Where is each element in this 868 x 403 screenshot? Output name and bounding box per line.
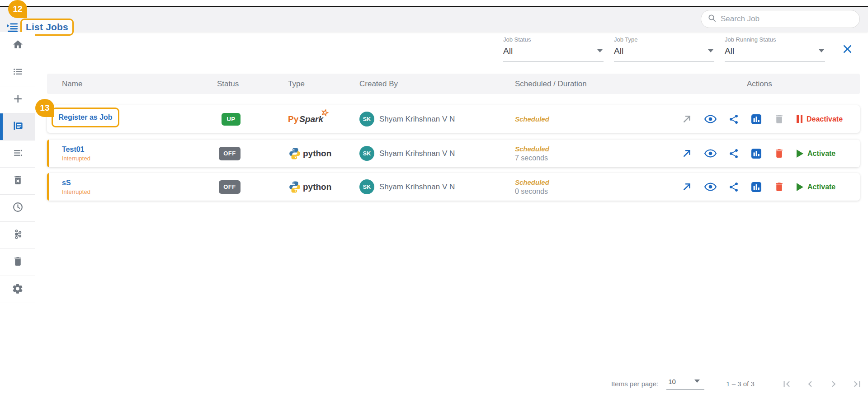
delete-job-icon-disabled[interactable]: [774, 113, 785, 125]
created-by-cell: SK Shyam Krihshnan V N: [359, 140, 455, 167]
screen: List Jobs 12: [0, 0, 868, 403]
column-header-name: Name: [62, 74, 82, 94]
last-page-icon[interactable]: [851, 378, 863, 390]
status-cell: OFF: [219, 140, 241, 167]
next-page-icon[interactable]: [828, 378, 840, 390]
open-job-icon[interactable]: [681, 148, 693, 159]
sidebar-item-list-jobs[interactable]: [0, 113, 35, 141]
sidebar-item-settings[interactable]: [0, 276, 35, 303]
filter-job-running-status-select[interactable]: All: [725, 46, 825, 61]
scheduled-label: Scheduled: [515, 145, 549, 153]
duration-label: 0 seconds: [515, 187, 548, 196]
filter-job-type-value: All: [614, 46, 623, 56]
created-by-cell: SK Shyam Krihshnan V N: [359, 173, 455, 201]
column-header-status: Status: [217, 74, 239, 94]
duration-label: 7 seconds: [515, 154, 548, 162]
activate-button[interactable]: Activate: [797, 150, 852, 158]
first-page-icon[interactable]: [781, 378, 793, 390]
job-stats-icon[interactable]: [751, 148, 762, 159]
page-size-select[interactable]: 10: [666, 378, 704, 390]
python-icon: [288, 147, 302, 160]
sidebar: [0, 32, 35, 403]
table-row: sS Interrupted OFF python SK Shyam Krihs…: [47, 173, 860, 201]
view-job-icon[interactable]: [704, 181, 717, 193]
status-badge: UP: [222, 113, 241, 126]
close-filters-icon[interactable]: [842, 43, 853, 56]
view-job-icon[interactable]: [704, 113, 717, 125]
share-job-icon[interactable]: [728, 114, 739, 125]
activate-label: Activate: [807, 183, 835, 191]
scheduled-label: Scheduled: [515, 178, 549, 186]
created-by-name: Shyam Krihshnan V N: [379, 115, 455, 124]
chevron-down-icon: [819, 49, 824, 52]
filter-job-status-value: All: [503, 46, 513, 56]
pyspark-logo-py: Py: [288, 114, 298, 124]
column-header-type: Type: [288, 74, 305, 94]
deactivate-button[interactable]: Deactivate: [797, 115, 852, 123]
name-cell: sS Interrupted: [62, 173, 90, 201]
job-stats-icon[interactable]: [751, 182, 762, 192]
created-by-name: Shyam Krihshnan V N: [379, 149, 455, 158]
search-box[interactable]: [701, 10, 860, 28]
play-icon: [797, 183, 803, 191]
filter-job-running-status-value: All: [725, 46, 734, 56]
name-cell: Test01 Interrupted: [62, 140, 90, 167]
workflow-nodes-icon: [12, 229, 24, 242]
activate-label: Activate: [807, 150, 835, 158]
search-input[interactable]: [721, 14, 847, 23]
filter-job-running-status-label: Job Running Status: [725, 36, 825, 43]
sidebar-item-history[interactable]: [0, 195, 35, 222]
python-logo-label: python: [303, 182, 331, 192]
scheduled-cell: Scheduled 7 seconds: [515, 140, 549, 167]
delete-job-icon[interactable]: [774, 148, 785, 159]
page-title: List Jobs: [26, 22, 68, 33]
avatar: SK: [359, 179, 374, 194]
job-name-link[interactable]: sS: [62, 179, 71, 187]
filter-job-status-select[interactable]: All: [503, 46, 604, 61]
sidebar-item-home[interactable]: [0, 32, 35, 59]
status-cell: OFF: [219, 173, 241, 201]
delete-job-icon[interactable]: [774, 181, 785, 192]
created-by-name: Shyam Krihshnan V N: [379, 183, 455, 192]
created-by-cell: SK Shyam Krihshnan V N: [359, 105, 455, 133]
sidebar-item-add-job[interactable]: [0, 86, 35, 113]
table-row: Register as Job UP PySpark SK Shyam Krih…: [47, 105, 860, 133]
avatar: SK: [359, 146, 374, 161]
sidebar-item-delete-schedule[interactable]: [0, 168, 35, 195]
clock-icon: [12, 202, 24, 215]
type-cell: python: [288, 173, 331, 201]
annotation-step-badge-13: 13: [35, 99, 54, 117]
row-actions: Activate: [681, 140, 852, 167]
python-logo-label: python: [303, 149, 331, 159]
annotation-step-badge-12: 12: [8, 0, 27, 18]
items-per-page-label: Items per page:: [611, 380, 658, 388]
share-job-icon[interactable]: [728, 182, 739, 192]
sidebar-item-job-queue[interactable]: [0, 141, 35, 168]
pause-icon: [797, 115, 802, 123]
scheduled-cell: Scheduled: [515, 105, 549, 133]
queue-list-icon: [12, 147, 24, 160]
scheduled-label: Scheduled: [515, 115, 549, 123]
share-job-icon[interactable]: [728, 148, 739, 159]
previous-page-icon[interactable]: [804, 378, 816, 390]
job-substatus: Interrupted: [62, 188, 90, 195]
page-range-label: 1 – 3 of 3: [726, 380, 755, 388]
job-name-link[interactable]: Test01: [62, 145, 85, 154]
chevron-down-icon: [694, 380, 700, 383]
trash-x-icon: [12, 174, 24, 187]
pyspark-logo-spark: Spark: [299, 114, 323, 124]
job-name-link[interactable]: Register as Job: [58, 113, 112, 122]
open-job-icon[interactable]: [681, 181, 693, 192]
column-header-scheduled-duration: Scheduled / Duration: [515, 74, 587, 94]
sidebar-item-jobs-list[interactable]: [0, 59, 35, 86]
view-job-icon[interactable]: [704, 147, 717, 159]
sidebar-item-trash[interactable]: [0, 249, 35, 276]
sidebar-item-workflow[interactable]: [0, 222, 35, 249]
type-cell: PySpark: [288, 105, 323, 133]
job-stats-icon[interactable]: [751, 114, 762, 125]
activate-button[interactable]: Activate: [797, 183, 852, 191]
filter-job-type-select[interactable]: All: [614, 46, 714, 61]
filter-job-status-label: Job Status: [503, 36, 604, 43]
deactivate-label: Deactivate: [807, 115, 843, 123]
open-job-icon[interactable]: [681, 113, 693, 125]
